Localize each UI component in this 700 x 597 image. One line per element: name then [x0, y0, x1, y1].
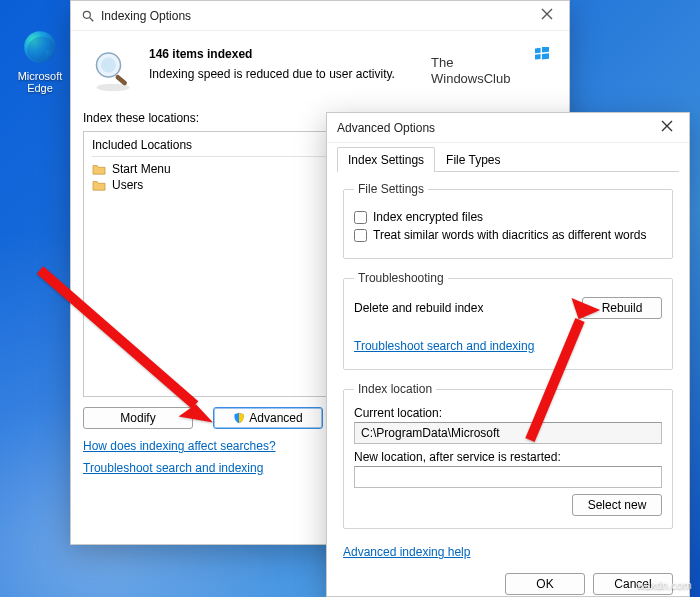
close-button[interactable]	[653, 116, 681, 139]
svg-rect-9	[535, 54, 541, 59]
delete-rebuild-label: Delete and rebuild index	[354, 301, 483, 315]
checkbox-input[interactable]	[354, 229, 367, 242]
folder-icon	[92, 163, 106, 175]
indexing-speed-note: Indexing speed is reduced due to user ac…	[149, 67, 419, 81]
new-location-field[interactable]	[354, 466, 662, 488]
uac-shield-icon	[233, 412, 245, 424]
watermark: wsxdn.com	[637, 579, 692, 591]
desktop-icon-label: Microsoft Edge	[14, 70, 66, 94]
windows-flag-icon	[535, 47, 549, 61]
indexing-titlebar[interactable]: Indexing Options	[71, 1, 569, 31]
fieldset-file-settings: File Settings Index encrypted files Trea…	[343, 182, 673, 259]
legend-troubleshooting: Troubleshooting	[354, 271, 448, 285]
svg-point-1	[83, 11, 90, 18]
advanced-titlebar[interactable]: Advanced Options	[327, 113, 689, 143]
legend-index-location: Index location	[354, 382, 436, 396]
current-location-field[interactable]	[354, 422, 662, 444]
svg-point-5	[101, 58, 116, 73]
items-indexed-count: 146 items indexed	[149, 47, 419, 61]
link-advanced-indexing-help[interactable]: Advanced indexing help	[343, 545, 470, 559]
rebuild-button[interactable]: Rebuild	[582, 297, 662, 319]
dialog-footer: OK Cancel	[337, 565, 679, 597]
desktop-icon-edge[interactable]: Microsoft Edge	[14, 28, 66, 94]
svg-line-2	[90, 17, 94, 21]
close-icon	[541, 8, 553, 20]
location-label: Users	[112, 178, 143, 192]
select-new-button[interactable]: Select new	[572, 494, 662, 516]
checkbox-input[interactable]	[354, 211, 367, 224]
ok-button[interactable]: OK	[505, 573, 585, 595]
svg-rect-7	[535, 48, 541, 53]
link-troubleshoot-indexing[interactable]: Troubleshoot search and indexing	[83, 461, 263, 475]
windowsclub-logo: The WindowsClub	[431, 47, 551, 87]
checkbox-diacritics[interactable]: Treat similar words with diacritics as d…	[354, 228, 662, 242]
modify-button[interactable]: Modify	[83, 407, 193, 429]
location-label: Start Menu	[112, 162, 171, 176]
search-options-icon	[81, 9, 95, 23]
current-location-label: Current location:	[354, 406, 662, 420]
advanced-button[interactable]: Advanced	[213, 407, 323, 429]
tab-index-settings[interactable]: Index Settings	[337, 147, 435, 172]
close-icon	[661, 120, 673, 132]
close-button[interactable]	[533, 4, 561, 27]
advanced-title: Advanced Options	[337, 121, 653, 135]
svg-rect-8	[542, 47, 549, 53]
advanced-options-dialog: Advanced Options Index Settings File Typ…	[326, 112, 690, 597]
checkbox-index-encrypted[interactable]: Index encrypted files	[354, 210, 662, 224]
tab-file-types[interactable]: File Types	[435, 147, 511, 172]
edge-icon	[21, 28, 59, 66]
svg-rect-10	[542, 53, 549, 59]
legend-file-settings: File Settings	[354, 182, 428, 196]
tabs: Index Settings File Types	[337, 147, 679, 172]
folder-icon	[92, 179, 106, 191]
indexing-title: Indexing Options	[101, 9, 533, 23]
fieldset-troubleshooting: Troubleshooting Delete and rebuild index…	[343, 271, 673, 370]
fieldset-index-location: Index location Current location: New loc…	[343, 382, 673, 529]
new-location-label: New location, after service is restarted…	[354, 450, 662, 464]
link-indexing-affect[interactable]: How does indexing affect searches?	[83, 439, 276, 453]
magnifier-icon	[89, 47, 137, 95]
link-troubleshoot-search[interactable]: Troubleshoot search and indexing	[354, 339, 534, 353]
